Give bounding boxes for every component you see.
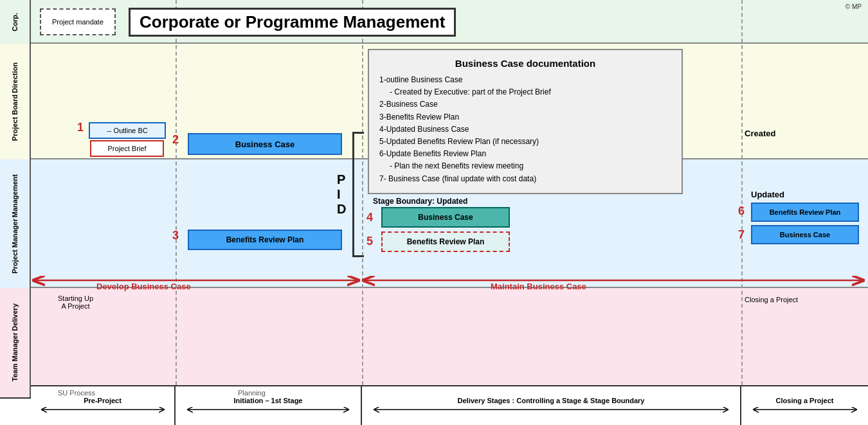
timeline-initiation: Initiation – 1st Stage: [176, 386, 362, 425]
stage-boundary-label: Stage Boundary: Updated: [373, 197, 467, 206]
planning-label: Planning: [238, 389, 266, 397]
label-corp: Corp.: [0, 0, 31, 44]
business-case-4-box: Business Case: [381, 207, 510, 228]
num-1: 1: [77, 121, 84, 134]
created-label: Created: [745, 129, 775, 138]
project-brief-box: Project Brief: [90, 140, 164, 157]
business-case-2-box: Business Case: [188, 133, 342, 155]
timeline-segments: Pre-Project Initiation – 1st Stage: [31, 386, 868, 425]
closing-project-side-label: Closing a Project: [745, 296, 798, 303]
delivery-band: [0, 288, 868, 397]
doc-popup-content: 1-outline Business Case - Created by Exe…: [379, 74, 671, 185]
num-4: 4: [366, 211, 373, 224]
project-mandate-box: Project mandate: [40, 8, 116, 35]
timeline-closing: Closing a Project: [741, 386, 868, 425]
divider-pre-initiation: [176, 0, 177, 385]
label-delivery: Delivery Team Manager: [0, 288, 31, 397]
pre-project-arrow: [39, 404, 167, 415]
copyright: © MP: [845, 3, 862, 10]
maintain-label: Maintain Business Case: [491, 282, 586, 291]
su-process-label: SU Process: [58, 389, 95, 397]
business-case-7-box: Business Case: [751, 225, 859, 244]
num-3: 3: [172, 229, 179, 242]
doc-popup: Business Case documentation 1-outline Bu…: [368, 49, 683, 194]
develop-arrow-svg: [32, 271, 360, 289]
delivery-arrow: [371, 404, 731, 415]
initiation-arrow: [185, 404, 352, 415]
closing-arrow: [750, 404, 860, 415]
doc-popup-title: Business Case documentation: [379, 58, 671, 69]
pid-label: PID: [337, 172, 348, 217]
divider-delivery-closing: [741, 0, 743, 385]
maintain-arrow-svg: [362, 271, 865, 289]
updated-label: Updated: [751, 190, 784, 199]
num-7: 7: [738, 228, 745, 242]
main-title: Corporate or Programme Management: [129, 8, 456, 37]
benefits-review-plan-5-box: Benefits Review Plan: [381, 231, 510, 252]
timeline-delivery: Delivery Stages : Controlling a Stage & …: [362, 386, 741, 425]
benefits-review-plan-6-box: Benefits Review Plan: [751, 203, 859, 222]
label-management: Management Project Manager: [0, 159, 31, 288]
num-5: 5: [366, 235, 373, 248]
pid-bracket: [352, 132, 364, 257]
main-container: Corp. Direction Project Board Management…: [0, 0, 868, 425]
num-6: 6: [738, 204, 745, 218]
timeline-pre-project: Pre-Project: [31, 386, 176, 425]
outline-bc-box: -- Outline BC: [89, 122, 166, 139]
develop-arrow-container: Develop Business Case: [32, 271, 360, 289]
timeline-bar: Pre-Project Initiation – 1st Stage: [31, 385, 868, 425]
starting-up-label: Starting Up A Project: [58, 294, 93, 310]
benefits-review-plan-3-box: Benefits Review Plan: [188, 230, 342, 250]
label-direction: Direction Project Board: [0, 44, 31, 159]
maintain-arrow-container: Maintain Business Case: [362, 271, 865, 289]
num-2: 2: [172, 133, 179, 147]
develop-label: Develop Business Case: [96, 282, 191, 291]
